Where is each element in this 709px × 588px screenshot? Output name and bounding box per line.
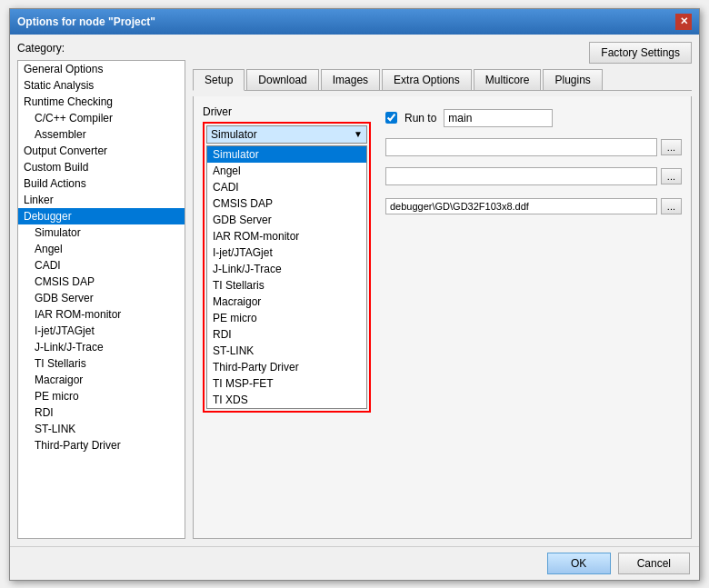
path-row: ...	[385, 198, 682, 214]
tab-plugins[interactable]: Plugins	[543, 69, 602, 90]
driver-option-macraigor[interactable]: Macraigor	[207, 294, 366, 310]
driver-section: Driver Simulator ▼ SimulatorAngelCADICMS…	[203, 105, 682, 413]
driver-option-pe-micro[interactable]: PE micro	[207, 310, 366, 326]
driver-select-header-text: Simulator	[211, 128, 354, 141]
category-label: Category:	[17, 42, 185, 55]
tab-extra-options[interactable]: Extra Options	[382, 69, 472, 90]
close-button[interactable]: ✕	[675, 14, 692, 30]
empty-input-2[interactable]	[385, 167, 657, 185]
sidebar-item-j-link-j-trace[interactable]: J-Link/J-Trace	[18, 339, 185, 355]
sidebar-item-general-options[interactable]: General Options	[18, 61, 185, 77]
sidebar-item-gdb-server[interactable]: GDB Server	[18, 290, 185, 306]
chevron-down-icon: ▼	[354, 129, 363, 139]
title-bar-text: Options for node "Project"	[17, 15, 155, 28]
sidebar-item-angel[interactable]: Angel	[18, 241, 185, 257]
tab-images[interactable]: Images	[321, 69, 380, 90]
driver-option-rdi[interactable]: RDI	[207, 326, 366, 343]
run-to-label: Run to	[404, 112, 436, 125]
tab-bar: SetupDownloadImagesExtra OptionsMulticor…	[193, 69, 692, 91]
browse-button-3[interactable]: ...	[661, 198, 682, 214]
driver-label: Driver	[203, 105, 371, 118]
factory-btn-row: Factory Settings	[193, 42, 692, 64]
browse-button-1[interactable]: ...	[661, 139, 682, 155]
driver-right: Run to ... ... ...	[385, 105, 682, 413]
driver-select-container: Simulator ▼ SimulatorAngelCADICMSIS DAPG…	[203, 122, 371, 413]
path-input[interactable]	[385, 198, 657, 214]
sidebar-item-assembler[interactable]: Assembler	[18, 126, 185, 143]
driver-option-simulator[interactable]: Simulator	[207, 146, 366, 163]
sidebar-item-build-actions[interactable]: Build Actions	[18, 175, 185, 192]
factory-settings-button[interactable]: Factory Settings	[589, 42, 692, 64]
sidebar-item-iar-rom-monitor[interactable]: IAR ROM-monitor	[18, 306, 185, 323]
sidebar-item-custom-build[interactable]: Custom Build	[18, 159, 185, 175]
title-bar: Options for node "Project" ✕	[10, 9, 699, 35]
sidebar-item-c-compiler[interactable]: C/C++ Compiler	[18, 110, 185, 126]
sidebar-item-macraigor[interactable]: Macraigor	[18, 372, 185, 388]
empty-row-2: ...	[385, 167, 682, 185]
driver-option-ti-xds[interactable]: TI XDS	[207, 392, 366, 408]
driver-option-iar-rom-monitor[interactable]: IAR ROM-monitor	[207, 228, 366, 244]
right-panel: Factory Settings SetupDownloadImagesExtr…	[193, 42, 692, 539]
driver-option-third-party-driver[interactable]: Third-Party Driver	[207, 359, 366, 375]
driver-option-angel[interactable]: Angel	[207, 163, 366, 179]
run-to-checkbox[interactable]	[385, 112, 397, 124]
category-list: General OptionsStatic AnalysisRuntime Ch…	[17, 60, 185, 539]
sidebar-item-rdi[interactable]: RDI	[18, 404, 185, 421]
sidebar-item-cmsis-dap[interactable]: CMSIS DAP	[18, 274, 185, 290]
tab-setup[interactable]: Setup	[193, 69, 245, 91]
ok-button[interactable]: OK	[547, 553, 611, 574]
dialog-body: Category: General OptionsStatic Analysis…	[10, 35, 699, 546]
sidebar-item-static-analysis[interactable]: Static Analysis	[18, 77, 185, 94]
sidebar-item-linker[interactable]: Linker	[18, 192, 185, 208]
driver-left: Driver Simulator ▼ SimulatorAngelCADICMS…	[203, 105, 371, 413]
sidebar-item-cadi[interactable]: CADI	[18, 257, 185, 274]
driver-option-cmsis-dap[interactable]: CMSIS DAP	[207, 195, 366, 212]
sidebar-item-ti-stellaris[interactable]: TI Stellaris	[18, 355, 185, 372]
driver-option-ti-msp-fet[interactable]: TI MSP-FET	[207, 375, 366, 392]
driver-option-j-link-j-trace[interactable]: J-Link/J-Trace	[207, 261, 366, 277]
sidebar-item-pe-micro[interactable]: PE micro	[18, 388, 185, 404]
sidebar-item-i-jet-jtagjet[interactable]: I-jet/JTAGjet	[18, 323, 185, 339]
sidebar-item-st-link[interactable]: ST-LINK	[18, 421, 185, 437]
sidebar-item-debugger[interactable]: Debugger	[18, 208, 185, 224]
empty-input-1[interactable]	[385, 138, 657, 156]
run-to-row: Run to	[385, 109, 682, 127]
left-panel: Category: General OptionsStatic Analysis…	[17, 42, 185, 539]
browse-button-2[interactable]: ...	[661, 168, 682, 184]
sidebar-item-runtime-checking[interactable]: Runtime Checking	[18, 94, 185, 110]
tab-multicore[interactable]: Multicore	[474, 69, 542, 90]
sidebar-item-simulator[interactable]: Simulator	[18, 224, 185, 241]
dialog-window: Options for node "Project" ✕ Category: G…	[9, 8, 700, 581]
sidebar-item-third-party-driver[interactable]: Third-Party Driver	[18, 437, 185, 453]
cancel-button[interactable]: Cancel	[618, 553, 690, 574]
sidebar-item-output-converter[interactable]: Output Converter	[18, 143, 185, 159]
driver-option-cadi[interactable]: CADI	[207, 179, 366, 195]
run-to-input[interactable]	[444, 109, 553, 127]
driver-option-ti-stellaris[interactable]: TI Stellaris	[207, 277, 366, 294]
driver-option-gdb-server[interactable]: GDB Server	[207, 212, 366, 228]
dialog-footer: OK Cancel	[10, 546, 699, 580]
driver-option-i-jet-jtagjet[interactable]: I-jet/JTAGjet	[207, 244, 366, 261]
driver-option-st-link[interactable]: ST-LINK	[207, 343, 366, 359]
tab-content: Driver Simulator ▼ SimulatorAngelCADICMS…	[193, 96, 692, 539]
driver-dropdown: SimulatorAngelCADICMSIS DAPGDB ServerIAR…	[206, 145, 367, 409]
driver-select-header[interactable]: Simulator ▼	[206, 125, 367, 144]
tab-download[interactable]: Download	[246, 69, 318, 90]
empty-row-1: ...	[385, 138, 682, 156]
